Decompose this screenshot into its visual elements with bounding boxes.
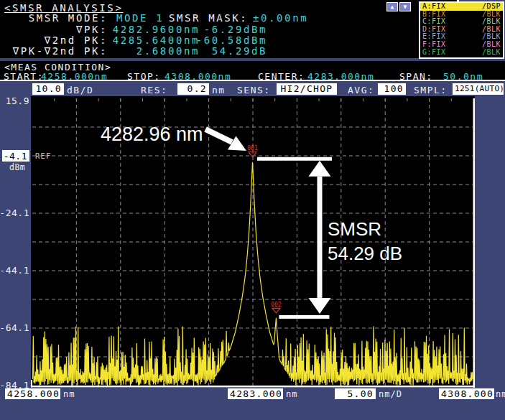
smpl-label: SMPL: xyxy=(414,85,448,95)
span-value[interactable]: 50.0nm xyxy=(443,71,483,82)
xaxis-center-field[interactable]: 4283.000 xyxy=(228,388,283,399)
smsr-annotation-value: 54.29 dB xyxy=(328,243,402,264)
peak-level-line xyxy=(257,157,332,161)
trace-name: A:FIX xyxy=(422,3,446,11)
plot-bottom-border xyxy=(31,386,475,388)
center-value[interactable]: 4283.000nm xyxy=(307,71,374,82)
xaxis-start-unit: nm xyxy=(63,389,75,399)
smsr-value: 54.29dB xyxy=(195,45,267,57)
xaxis-scale-unit: nm/D xyxy=(379,389,402,399)
y-tick-label: -24.1 xyxy=(0,207,29,218)
start-label: START: xyxy=(4,71,44,82)
smsr-mask-value[interactable]: ±0.00nm xyxy=(253,12,308,24)
axis-left-tick xyxy=(31,380,32,388)
sens-field[interactable]: HI2/CHOP xyxy=(277,83,337,95)
span-label: SPAN: xyxy=(399,71,433,82)
ref-unit-label: dBm xyxy=(9,162,25,172)
xaxis-center-unit: nm xyxy=(286,389,297,399)
trace-name: F:FIX xyxy=(422,41,446,49)
ref-level-value: -4.1 xyxy=(4,151,27,162)
center-label: CENTER: xyxy=(258,71,305,82)
meas-condition-panel: <MEAS CONDITION> START: 4258.000nm STOP:… xyxy=(0,61,505,81)
peak-wavelength-value: 4282.9600nm xyxy=(110,24,200,35)
y-tick-label: -64.1 xyxy=(0,322,29,333)
xaxis-start-field[interactable]: 4258.000 xyxy=(5,388,60,399)
start-value[interactable]: 4258.000nm xyxy=(41,71,108,82)
res-label: RES: xyxy=(141,85,167,95)
peak-marker-id: 001 xyxy=(247,145,258,151)
sens-label: SENS: xyxy=(237,85,271,95)
smsr-mode-value[interactable]: MODE 1 xyxy=(116,12,164,24)
smsr-arrow-shaft xyxy=(318,177,323,298)
second-peak-marker-id: 002 xyxy=(271,302,282,308)
xaxis-stop-unit: nm xyxy=(496,389,505,399)
second-peak-wavelength-value: 4285.6400nm xyxy=(110,34,200,46)
peak-label: ∇PK: xyxy=(0,24,108,35)
xaxis-scale-field[interactable]: 5.00 xyxy=(335,388,376,399)
scroll-down-button[interactable]: ▼ xyxy=(399,2,411,11)
smsr-annotation-title: SMSR xyxy=(328,218,381,240)
xaxis-stop-field[interactable]: 4308.000 xyxy=(439,388,494,399)
smsr-mode-row: SMSR MODE: MODE 1 SMSR MASK: ±0.00nm xyxy=(0,12,457,23)
smpl-field[interactable]: 1251(AUTO) xyxy=(453,83,504,95)
peak-diff-wavelength-value: 2.6800nm xyxy=(110,45,200,57)
avg-label: AVG: xyxy=(348,85,374,95)
trace-display-mode: /DSP xyxy=(482,3,501,11)
stop-value[interactable]: 4308.000nm xyxy=(165,71,231,82)
res-unit: nm xyxy=(212,85,226,95)
soft-key-toolbar: TLSSYCLVLSHFWLSHFNOIMSKSRCZOMSRC1-2VACWL… xyxy=(0,400,505,420)
second-peak-row: ∇2nd PK: 4285.6400nm -60.58dBm xyxy=(0,34,457,45)
level-scale-field[interactable]: 10.0 xyxy=(32,83,64,95)
second-peak-label: ∇2nd PK: xyxy=(0,34,108,46)
y-tick-label: -44.1 xyxy=(0,265,29,276)
peak-row: ∇PK: 4282.9600nm -6.29dBm xyxy=(0,24,457,34)
plot-right-border xyxy=(473,98,476,388)
trace-display-mode: /BLK xyxy=(482,49,501,57)
peak-diff-row: ∇PK-∇2nd PK: 2.6800nm 54.29dB xyxy=(0,45,457,56)
res-field[interactable]: 0.2 xyxy=(177,83,209,95)
peak-wavelength-annotation: 4282.96 nm xyxy=(101,123,203,145)
trace-row-a[interactable]: A:FIX/DSP xyxy=(420,3,503,11)
trace-display-mode: /BLK xyxy=(482,41,501,49)
second-peak-level-value: -60.58dBm xyxy=(195,34,267,46)
stop-label: STOP: xyxy=(127,71,161,82)
ref-marker-label: REF xyxy=(35,151,52,160)
smsr-mask-label: SMSR MASK: xyxy=(169,12,248,24)
avg-field[interactable]: 100 xyxy=(378,83,406,95)
peak-diff-label: ∇PK-∇2nd PK: xyxy=(0,45,108,57)
trace-name: G:FIX xyxy=(422,49,446,57)
y-tick-label: 15.9 xyxy=(6,95,29,106)
trace-list-panel: A:FIX/DSPB:FIX/BLKC:FIX/BLKD:FIX/BLKE:FI… xyxy=(419,1,504,59)
second-peak-level-line xyxy=(279,315,329,319)
scroll-up-button[interactable]: ▲ xyxy=(386,2,398,11)
smsr-mode-label: SMSR MODE: xyxy=(0,12,108,24)
peak-level-value: -6.29dBm xyxy=(195,24,267,35)
trace-row-g[interactable]: G:FIX/BLK xyxy=(420,49,503,57)
trace-row-f[interactable]: F:FIX/BLK xyxy=(420,41,503,49)
level-scale-unit: dB/D xyxy=(67,85,93,95)
